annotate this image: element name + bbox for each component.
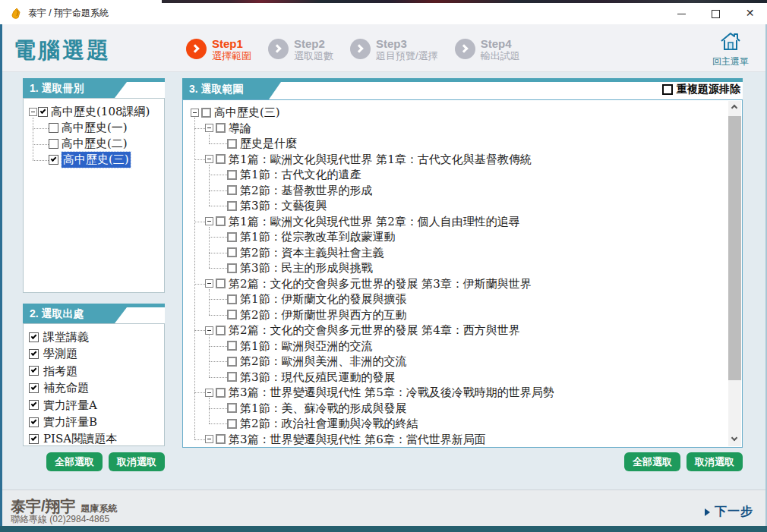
tree-item[interactable]: 第3篇：世界變遷與現代性 第6章：當代世界新局面: [183, 432, 728, 448]
tree-item-label[interactable]: 第1節：歐洲與亞洲的交流: [240, 338, 373, 354]
tree-item[interactable]: 第3節：現代反殖民運動的發展: [183, 370, 728, 386]
source-option-row[interactable]: PISA閱讀題本: [24, 430, 164, 445]
tree-item[interactable]: 第2節：伊斯蘭世界與西方的互動: [183, 307, 728, 323]
checkbox[interactable]: [227, 201, 237, 211]
tree-item[interactable]: 第2節：資本主義與社會主義: [183, 245, 728, 261]
checkbox[interactable]: [29, 332, 39, 342]
tree-item-label[interactable]: 第1篇：歐洲文化與現代世界 第2章：個人自由理性的追尋: [229, 214, 520, 230]
tree-item[interactable]: 高中歷史(一): [24, 120, 164, 136]
tree-item-label[interactable]: 第2節：伊斯蘭世界與西方的互動: [240, 307, 407, 323]
tree-item[interactable]: 第2節：歐洲與美洲、非洲的交流: [183, 354, 728, 370]
tree-expander-collapse-icon[interactable]: [205, 124, 213, 132]
tree-expander-collapse-icon[interactable]: [191, 109, 199, 117]
tree-item-label[interactable]: 第1篇：歐洲文化與現代世界 第1章：古代文化與基督教傳統: [229, 152, 532, 168]
close-button[interactable]: ✕: [733, 3, 767, 24]
checkbox[interactable]: [216, 216, 226, 226]
tree-item-label[interactable]: 第1節：美、蘇冷戰的形成與發展: [240, 401, 407, 417]
tree-item[interactable]: 第1節：從宗教改革到啟蒙運動: [183, 229, 728, 245]
tree-item[interactable]: 第1節：歐洲與亞洲的交流: [183, 338, 728, 354]
tree-expander-collapse-icon[interactable]: [205, 279, 213, 288]
checkbox[interactable]: [49, 139, 58, 149]
panel2-select-all-button[interactable]: 全部選取: [46, 452, 103, 471]
checkbox[interactable]: [227, 232, 237, 242]
maximize-button[interactable]: [699, 3, 733, 24]
checkbox[interactable]: [29, 434, 39, 444]
tree-expander-collapse-icon[interactable]: [205, 326, 213, 335]
tree-expander-collapse-icon[interactable]: [205, 155, 213, 163]
tree-item[interactable]: 高中歷史(三): [24, 152, 164, 168]
tree-item-label[interactable]: 第2節：基督教世界的形成: [240, 183, 373, 199]
source-option-row[interactable]: 課堂講義: [24, 329, 164, 345]
tree-item[interactable]: 第2篇：文化的交會與多元世界的發展 第3章：伊斯蘭與世界: [183, 276, 728, 292]
checkbox[interactable]: [227, 247, 237, 257]
tree-item[interactable]: 第2篇：文化的交會與多元世界的發展 第4章：西方與世界: [183, 323, 728, 338]
tree-item[interactable]: 第2節：政治社會運動與冷戰的終結: [183, 416, 728, 432]
checkbox[interactable]: [227, 185, 237, 195]
tree-item[interactable]: 第1節：古代文化的遺產: [183, 167, 728, 183]
tree-item-label[interactable]: 高中歷史(三): [214, 105, 280, 121]
home-button[interactable]: 回主選單: [706, 31, 755, 68]
checkbox[interactable]: [227, 310, 237, 320]
tree-item[interactable]: 導論: [183, 121, 728, 137]
panel3-deselect-button[interactable]: 取消選取: [687, 452, 743, 471]
source-option-row[interactable]: 實力評量B: [24, 414, 164, 430]
checkbox[interactable]: [227, 139, 237, 149]
tree-item-label[interactable]: 第2節：政治社會運動與冷戰的終結: [240, 416, 418, 432]
tree-item-label[interactable]: 第3篇：世界變遷與現代性 第6章：當代世界新局面: [229, 432, 486, 448]
checkbox[interactable]: [216, 434, 226, 444]
tree-item-label[interactable]: 高中歷史(二): [62, 136, 128, 152]
next-step-button[interactable]: 下一步: [705, 504, 753, 520]
tree-item-label[interactable]: 高中歷史(一): [62, 120, 128, 136]
tree-item-label[interactable]: 第3篇：世界變遷與現代性 第5章：冷戰及後冷戰時期的世界局勢: [229, 385, 554, 401]
checkbox[interactable]: [227, 372, 237, 382]
checkbox[interactable]: [227, 294, 237, 304]
source-option-row[interactable]: 實力評量A: [24, 397, 164, 414]
tree-expander-collapse-icon[interactable]: [205, 435, 213, 443]
checkbox[interactable]: [216, 388, 226, 398]
tree-item[interactable]: 歷史是什麼: [183, 136, 728, 152]
checkbox[interactable]: [49, 123, 58, 133]
tree-item-label[interactable]: 第3節：文藝復興: [240, 198, 327, 214]
tree-item-label[interactable]: 第2節：歐洲與美洲、非洲的交流: [240, 354, 407, 370]
scroll-down-icon[interactable]: [728, 433, 741, 446]
checkbox[interactable]: [227, 170, 237, 180]
tree-item-label[interactable]: 第1節：伊斯蘭文化的發展與擴張: [240, 291, 407, 307]
tree-item[interactable]: 第1節：美、蘇冷戰的形成與發展: [183, 401, 728, 417]
checkbox[interactable]: [29, 400, 39, 410]
checkbox[interactable]: [29, 366, 39, 376]
source-option-label[interactable]: 補充命題: [43, 379, 89, 396]
checkbox[interactable]: [227, 403, 237, 413]
source-option-label[interactable]: 實力評量B: [43, 414, 97, 430]
tree-item[interactable]: 第3篇：世界變遷與現代性 第5章：冷戰及後冷戰時期的世界局勢: [183, 385, 728, 401]
tree-item[interactable]: 高中歷史(二): [24, 136, 164, 152]
dedupe-checkbox[interactable]: [662, 84, 673, 95]
checkbox[interactable]: [227, 263, 237, 273]
tree-item[interactable]: 第1篇：歐洲文化與現代世界 第2章：個人自由理性的追尋: [183, 214, 728, 230]
source-option-row[interactable]: 指考題: [24, 363, 164, 379]
checkbox[interactable]: [49, 155, 58, 165]
tree-item-label[interactable]: 第1節：古代文化的遺產: [240, 167, 361, 183]
panel3-select-all-button[interactable]: 全部選取: [624, 452, 680, 471]
checkbox[interactable]: [201, 108, 211, 118]
scrollbar-thumb[interactable]: [728, 116, 741, 380]
scroll-up-icon[interactable]: [728, 101, 741, 114]
tree-item-label[interactable]: 第2節：資本主義與社會主義: [240, 245, 384, 261]
checkbox[interactable]: [29, 417, 39, 427]
checkbox[interactable]: [227, 419, 237, 429]
tree-item[interactable]: 第1節：伊斯蘭文化的發展與擴張: [183, 291, 728, 307]
tree-item[interactable]: 第3節：文藝復興: [183, 198, 728, 214]
checkbox[interactable]: [216, 154, 226, 164]
tree-item-label[interactable]: 第2篇：文化的交會與多元世界的發展 第4章：西方與世界: [229, 323, 520, 338]
tree-expander-collapse-icon[interactable]: [205, 389, 213, 397]
tree-item-label[interactable]: 導論: [229, 121, 251, 137]
checkbox[interactable]: [38, 107, 48, 117]
tree-item[interactable]: 高中歷史(三): [183, 105, 728, 121]
checkbox[interactable]: [216, 326, 226, 335]
tree-item-label[interactable]: 高中歷史(三): [62, 152, 131, 168]
source-option-row[interactable]: 學測題: [24, 345, 164, 362]
checkbox[interactable]: [227, 357, 237, 367]
source-option-label[interactable]: 指考題: [43, 363, 77, 379]
tree-item-label[interactable]: 第2篇：文化的交會與多元世界的發展 第3章：伊斯蘭與世界: [229, 276, 532, 292]
scrollbar[interactable]: [728, 101, 741, 446]
checkbox[interactable]: [227, 341, 237, 351]
